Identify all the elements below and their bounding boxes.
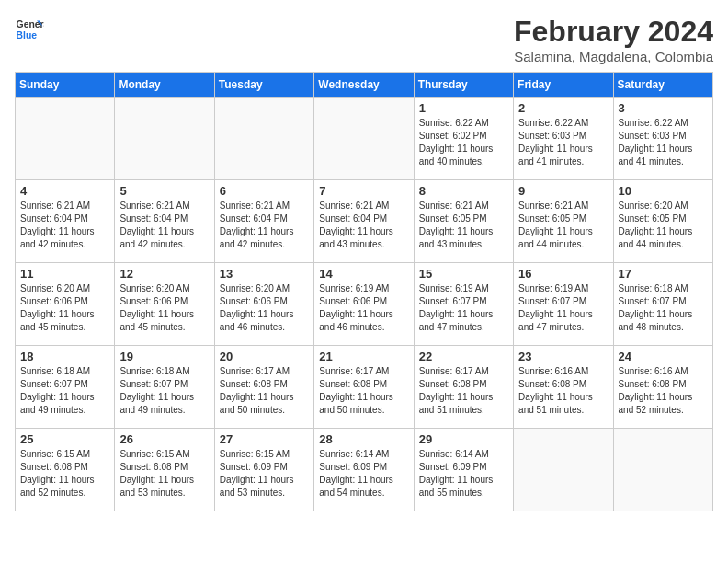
day-info: Sunrise: 6:16 AM Sunset: 6:08 PM Dayligh…	[518, 365, 608, 417]
day-number: 4	[20, 184, 109, 198]
calendar-cell: 14Sunrise: 6:19 AM Sunset: 6:06 PM Dayli…	[314, 263, 414, 346]
day-info: Sunrise: 6:20 AM Sunset: 6:05 PM Dayligh…	[619, 200, 708, 251]
calendar-cell: 25Sunrise: 6:15 AM Sunset: 6:08 PM Dayli…	[16, 429, 115, 511]
calendar-cell: 19Sunrise: 6:18 AM Sunset: 6:07 PM Dayli…	[115, 346, 214, 429]
day-number: 27	[220, 432, 309, 446]
calendar-cell: 15Sunrise: 6:19 AM Sunset: 6:07 PM Dayli…	[414, 263, 513, 346]
calendar-cell	[16, 98, 115, 180]
day-info: Sunrise: 6:15 AM Sunset: 6:08 PM Dayligh…	[119, 448, 209, 500]
calendar-body: 1Sunrise: 6:22 AM Sunset: 6:02 PM Daylig…	[16, 98, 713, 511]
calendar-header-row: SundayMondayTuesdayWednesdayThursdayFrid…	[16, 73, 713, 98]
day-number: 17	[619, 267, 708, 281]
calendar-cell	[613, 429, 712, 511]
day-info: Sunrise: 6:20 AM Sunset: 6:06 PM Dayligh…	[220, 282, 309, 334]
day-number: 2	[518, 101, 608, 115]
calendar-cell: 16Sunrise: 6:19 AM Sunset: 6:07 PM Dayli…	[514, 263, 613, 346]
day-info: Sunrise: 6:20 AM Sunset: 6:06 PM Dayligh…	[20, 282, 109, 334]
calendar-cell	[314, 98, 414, 180]
calendar-cell: 7Sunrise: 6:21 AM Sunset: 6:04 PM Daylig…	[314, 180, 414, 263]
day-number: 9	[518, 184, 608, 198]
day-info: Sunrise: 6:17 AM Sunset: 6:08 PM Dayligh…	[319, 365, 408, 417]
calendar-week-row: 1Sunrise: 6:22 AM Sunset: 6:02 PM Daylig…	[16, 98, 713, 180]
day-number: 19	[119, 350, 209, 363]
calendar-cell: 27Sunrise: 6:15 AM Sunset: 6:09 PM Dayli…	[214, 429, 313, 511]
day-info: Sunrise: 6:19 AM Sunset: 6:06 PM Dayligh…	[319, 282, 408, 334]
day-info: Sunrise: 6:18 AM Sunset: 6:07 PM Dayligh…	[619, 282, 708, 334]
logo: General Blue	[15, 15, 44, 44]
day-number: 16	[518, 267, 608, 281]
calendar-cell	[514, 429, 613, 511]
logo-icon: General Blue	[15, 15, 44, 44]
calendar-cell: 21Sunrise: 6:17 AM Sunset: 6:08 PM Dayli…	[314, 346, 414, 429]
day-info: Sunrise: 6:20 AM Sunset: 6:06 PM Dayligh…	[119, 282, 209, 334]
day-number: 12	[119, 267, 209, 281]
calendar-week-row: 25Sunrise: 6:15 AM Sunset: 6:08 PM Dayli…	[16, 429, 713, 511]
day-info: Sunrise: 6:15 AM Sunset: 6:08 PM Dayligh…	[20, 448, 109, 500]
day-number: 29	[419, 432, 508, 446]
day-number: 24	[619, 350, 708, 363]
calendar-week-row: 18Sunrise: 6:18 AM Sunset: 6:07 PM Dayli…	[16, 346, 713, 429]
day-info: Sunrise: 6:14 AM Sunset: 6:09 PM Dayligh…	[319, 448, 408, 500]
calendar-cell: 8Sunrise: 6:21 AM Sunset: 6:05 PM Daylig…	[414, 180, 513, 263]
day-of-week-wednesday: Wednesday	[314, 73, 414, 98]
day-number: 26	[119, 432, 209, 446]
day-number: 14	[319, 267, 408, 281]
title-area: February 2024 Salamina, Magdalena, Colom…	[514, 15, 713, 64]
month-title: February 2024	[514, 15, 713, 49]
calendar-cell: 4Sunrise: 6:21 AM Sunset: 6:04 PM Daylig…	[16, 180, 115, 263]
day-info: Sunrise: 6:21 AM Sunset: 6:05 PM Dayligh…	[518, 200, 608, 251]
day-info: Sunrise: 6:22 AM Sunset: 6:03 PM Dayligh…	[518, 117, 608, 168]
day-info: Sunrise: 6:21 AM Sunset: 6:04 PM Dayligh…	[319, 200, 408, 251]
day-number: 18	[20, 350, 109, 363]
calendar-cell: 20Sunrise: 6:17 AM Sunset: 6:08 PM Dayli…	[214, 346, 313, 429]
calendar-cell: 26Sunrise: 6:15 AM Sunset: 6:08 PM Dayli…	[115, 429, 214, 511]
day-info: Sunrise: 6:14 AM Sunset: 6:09 PM Dayligh…	[419, 448, 508, 500]
day-number: 25	[20, 432, 109, 446]
calendar-cell: 5Sunrise: 6:21 AM Sunset: 6:04 PM Daylig…	[115, 180, 214, 263]
day-info: Sunrise: 6:15 AM Sunset: 6:09 PM Dayligh…	[220, 448, 309, 500]
day-number: 15	[419, 267, 508, 281]
calendar-cell	[115, 98, 214, 180]
calendar-cell: 12Sunrise: 6:20 AM Sunset: 6:06 PM Dayli…	[115, 263, 214, 346]
day-number: 20	[220, 350, 309, 363]
day-number: 23	[518, 350, 608, 363]
calendar-cell: 24Sunrise: 6:16 AM Sunset: 6:08 PM Dayli…	[613, 346, 712, 429]
day-of-week-friday: Friday	[514, 73, 613, 98]
day-info: Sunrise: 6:16 AM Sunset: 6:08 PM Dayligh…	[619, 365, 708, 417]
day-number: 3	[619, 101, 708, 115]
day-info: Sunrise: 6:19 AM Sunset: 6:07 PM Dayligh…	[518, 282, 608, 334]
day-info: Sunrise: 6:18 AM Sunset: 6:07 PM Dayligh…	[119, 365, 209, 417]
day-number: 21	[319, 350, 408, 363]
calendar-week-row: 4Sunrise: 6:21 AM Sunset: 6:04 PM Daylig…	[16, 180, 713, 263]
calendar-cell: 18Sunrise: 6:18 AM Sunset: 6:07 PM Dayli…	[16, 346, 115, 429]
calendar-cell: 10Sunrise: 6:20 AM Sunset: 6:05 PM Dayli…	[613, 180, 712, 263]
header: General Blue February 2024 Salamina, Mag…	[15, 15, 713, 64]
day-of-week-thursday: Thursday	[414, 73, 513, 98]
day-info: Sunrise: 6:19 AM Sunset: 6:07 PM Dayligh…	[419, 282, 508, 334]
day-number: 11	[20, 267, 109, 281]
calendar-cell: 2Sunrise: 6:22 AM Sunset: 6:03 PM Daylig…	[514, 98, 613, 180]
calendar-table: SundayMondayTuesdayWednesdayThursdayFrid…	[15, 72, 713, 511]
calendar-cell: 29Sunrise: 6:14 AM Sunset: 6:09 PM Dayli…	[414, 429, 513, 511]
calendar-cell	[214, 98, 313, 180]
calendar-cell: 1Sunrise: 6:22 AM Sunset: 6:02 PM Daylig…	[414, 98, 513, 180]
day-number: 8	[419, 184, 508, 198]
day-info: Sunrise: 6:17 AM Sunset: 6:08 PM Dayligh…	[419, 365, 508, 417]
calendar-cell: 17Sunrise: 6:18 AM Sunset: 6:07 PM Dayli…	[613, 263, 712, 346]
calendar-cell: 13Sunrise: 6:20 AM Sunset: 6:06 PM Dayli…	[214, 263, 313, 346]
day-number: 28	[319, 432, 408, 446]
day-number: 6	[220, 184, 309, 198]
day-number: 13	[220, 267, 309, 281]
day-info: Sunrise: 6:22 AM Sunset: 6:02 PM Dayligh…	[419, 117, 508, 168]
calendar-cell: 22Sunrise: 6:17 AM Sunset: 6:08 PM Dayli…	[414, 346, 513, 429]
calendar-cell: 3Sunrise: 6:22 AM Sunset: 6:03 PM Daylig…	[613, 98, 712, 180]
day-number: 7	[319, 184, 408, 198]
day-info: Sunrise: 6:22 AM Sunset: 6:03 PM Dayligh…	[619, 117, 708, 168]
day-number: 1	[419, 101, 508, 115]
day-info: Sunrise: 6:21 AM Sunset: 6:04 PM Dayligh…	[20, 200, 109, 251]
day-info: Sunrise: 6:21 AM Sunset: 6:05 PM Dayligh…	[419, 200, 508, 251]
day-of-week-tuesday: Tuesday	[214, 73, 313, 98]
day-number: 10	[619, 184, 708, 198]
calendar-cell: 23Sunrise: 6:16 AM Sunset: 6:08 PM Dayli…	[514, 346, 613, 429]
day-info: Sunrise: 6:21 AM Sunset: 6:04 PM Dayligh…	[119, 200, 209, 251]
